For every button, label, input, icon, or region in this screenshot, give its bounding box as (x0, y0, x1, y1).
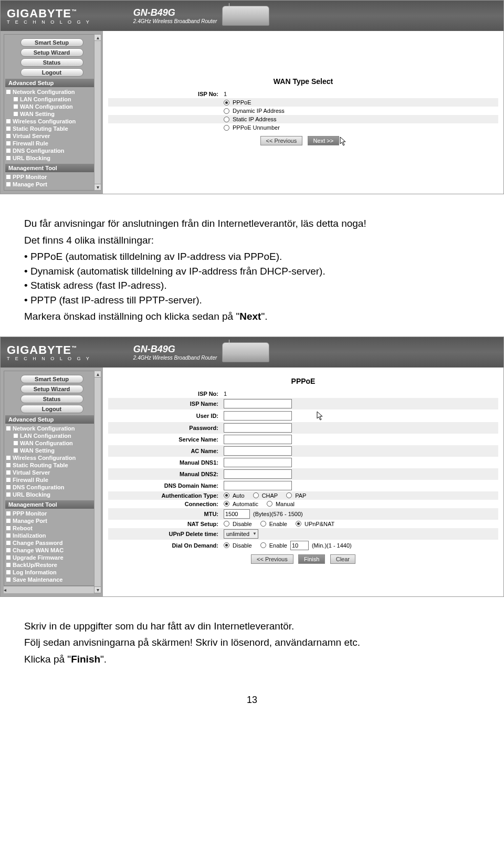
radio-auth-auto[interactable] (224, 492, 229, 498)
nav-save-maintenance[interactable]: Save Maintenance (5, 576, 98, 583)
sidebar-scrollbar[interactable] (94, 371, 101, 593)
bullet-icon (6, 156, 10, 160)
isp-no-value: 1 (224, 91, 227, 97)
nav-manage-port[interactable]: Manage Port (5, 181, 98, 188)
brand-subtitle: T E C H N O L O G Y (7, 356, 91, 361)
dns-domain-label: DNS Domain Name: (108, 482, 224, 489)
radio-nat-upnp[interactable] (296, 521, 301, 527)
nav-initialization[interactable]: Initialization (5, 532, 98, 539)
previous-button[interactable]: << Previous (251, 554, 293, 564)
sidebar-pill-status[interactable]: Status (20, 58, 83, 67)
dns1-input[interactable] (224, 458, 292, 467)
nav-url-blocking[interactable]: URL Blocking (5, 154, 98, 162)
sidebar-pill-logout[interactable]: Logout (20, 68, 83, 77)
password-input[interactable] (224, 423, 292, 433)
nav-change-password[interactable]: Change Password (5, 539, 98, 547)
radio-static-ip[interactable] (224, 117, 229, 122)
dns-domain-input[interactable] (224, 481, 292, 490)
nav-url-blocking[interactable]: URL Blocking (5, 491, 98, 498)
page-number: 13 (0, 695, 504, 716)
radio-auth-pap[interactable] (286, 492, 292, 498)
bullet-icon (6, 456, 10, 460)
clear-button[interactable]: Clear (330, 554, 355, 564)
radio-nat-enable[interactable] (260, 521, 266, 527)
finish-button[interactable]: Finish (298, 554, 325, 564)
model-name: GN-B49G (133, 7, 217, 18)
sidebar-pill-setup-wizard[interactable]: Setup Wizard (20, 48, 83, 57)
radio-auth-chap[interactable] (253, 492, 259, 498)
nav-dns-configuration[interactable]: DNS Configuration (5, 484, 98, 491)
nav-wan-setting[interactable]: WAN Setting (5, 447, 98, 454)
radio-dod-enable[interactable] (260, 542, 266, 548)
nav-manage-port[interactable]: Manage Port (5, 517, 98, 524)
nav-static-routing[interactable]: Static Routing Table (5, 461, 98, 469)
cursor-icon (316, 411, 324, 421)
nav-virtual-server[interactable]: Virtual Server (5, 132, 98, 140)
dod-minutes-input[interactable] (290, 541, 309, 550)
radio-pppoe[interactable] (224, 100, 229, 106)
dod-hint: (Min.)(1 - 1440) (312, 542, 352, 549)
nav-virtual-server[interactable]: Virtual Server (5, 469, 98, 476)
bullet-icon (14, 104, 18, 109)
radio-pppoe-unnumber[interactable] (224, 125, 229, 131)
nav-backup-restore[interactable]: BackUp/Restore (5, 561, 98, 569)
sidebar-scrollbar[interactable] (94, 34, 101, 191)
auth-type-label: Authentication Type: (108, 492, 224, 499)
bullet-icon (6, 563, 10, 567)
bullet-icon (6, 119, 10, 123)
nav-network-configuration[interactable]: Network Configuration (5, 88, 98, 96)
user-id-input[interactable] (224, 411, 292, 421)
previous-button[interactable]: << Previous (260, 136, 303, 145)
nav-firewall-rule[interactable]: Firewall Rule (5, 476, 98, 484)
isp-no-value: 1 (224, 391, 227, 397)
sidebar-pill-status[interactable]: Status (20, 395, 83, 403)
nav-static-routing[interactable]: Static Routing Table (5, 125, 98, 132)
brand-subtitle: T E C H N O L O G Y (7, 19, 91, 25)
bullet-icon (6, 478, 10, 482)
dns1-label: Manual DNS1: (108, 459, 224, 466)
service-name-input[interactable] (224, 435, 292, 444)
nav-lan-configuration[interactable]: LAN Configuration (5, 432, 98, 439)
bullet-icon (6, 90, 10, 94)
dns2-input[interactable] (224, 469, 292, 479)
upnp-delete-select[interactable]: unlimited (224, 529, 258, 539)
nav-ppp-monitor[interactable]: PPP Monitor (5, 173, 98, 181)
bullet-icon (6, 426, 10, 430)
model-name: GN-B49G (133, 344, 217, 355)
radio-conn-manual[interactable] (267, 501, 272, 507)
nav-wireless-configuration[interactable]: Wireless Configuration (5, 118, 98, 125)
radio-nat-disable[interactable] (224, 521, 229, 527)
nav-upgrade-firmware[interactable]: Upgrade Firmware (5, 554, 98, 561)
sidebar-pill-logout[interactable]: Logout (20, 405, 83, 413)
instruction-text-2: Skriv in de uppgifter som du har fått av… (0, 606, 504, 679)
nav-firewall-rule[interactable]: Firewall Rule (5, 140, 98, 147)
mtu-label: MTU: (108, 511, 224, 517)
nav-wan-configuration[interactable]: WAN Configuration (5, 103, 98, 110)
nav-reboot[interactable]: Reboot (5, 524, 98, 532)
model-subtitle: 2.4GHz Wireless Broadband Router (133, 355, 217, 361)
nav-network-configuration[interactable]: Network Configuration (5, 425, 98, 432)
mtu-input[interactable] (224, 509, 250, 519)
nav-wireless-configuration[interactable]: Wireless Configuration (5, 454, 98, 461)
sidebar-pill-smart-setup[interactable]: Smart Setup (20, 38, 83, 47)
nav-change-wan-mac[interactable]: Change WAN MAC (5, 547, 98, 554)
radio-dod-disable[interactable] (224, 542, 229, 548)
user-id-label: User ID: (108, 413, 224, 419)
nav-wan-setting[interactable]: WAN Setting (5, 110, 98, 118)
nav-lan-configuration[interactable]: LAN Configuration (5, 96, 98, 103)
nav-dns-configuration[interactable]: DNS Configuration (5, 147, 98, 154)
nav-log-information[interactable]: Log Information (5, 569, 98, 576)
bullet-icon (14, 448, 18, 453)
next-button[interactable]: Next >> (308, 136, 340, 145)
panel-title: PPPoE (108, 377, 498, 385)
radio-dynamic-ip[interactable] (224, 108, 229, 114)
sidebar-hscrollbar[interactable]: ◂▸ (4, 586, 100, 593)
isp-name-input[interactable] (224, 399, 292, 408)
sidebar-pill-setup-wizard[interactable]: Setup Wizard (20, 385, 83, 393)
sidebar-pill-smart-setup[interactable]: Smart Setup (20, 375, 83, 383)
nav-wan-configuration[interactable]: WAN Configuration (5, 439, 98, 447)
ac-name-input[interactable] (224, 446, 292, 456)
bullet-icon (6, 492, 10, 497)
radio-conn-auto[interactable] (224, 501, 229, 507)
nav-ppp-monitor[interactable]: PPP Monitor (5, 510, 98, 517)
